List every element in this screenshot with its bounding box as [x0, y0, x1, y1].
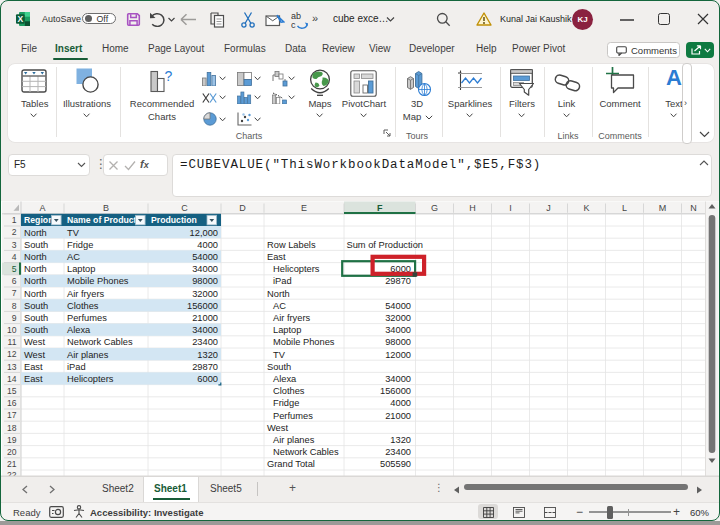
- svg-text:12: 12: [7, 349, 17, 359]
- svg-text:South: South: [24, 325, 48, 335]
- svg-text:9: 9: [12, 313, 17, 323]
- svg-text:Air planes: Air planes: [67, 350, 109, 360]
- svg-text:Perfumes: Perfumes: [273, 411, 313, 421]
- svg-text:South: South: [24, 301, 48, 311]
- svg-text:20: 20: [7, 447, 17, 457]
- svg-text:11: 11: [8, 337, 17, 347]
- svg-text:1: 1: [12, 215, 17, 225]
- svg-text:M: M: [659, 203, 667, 213]
- svg-text:South: South: [24, 313, 48, 323]
- svg-text:South: South: [267, 362, 291, 372]
- svg-text:East: East: [24, 374, 43, 384]
- svg-text:29870: 29870: [192, 362, 218, 372]
- svg-text:iPad: iPad: [67, 362, 86, 372]
- svg-text:?: ?: [165, 69, 173, 84]
- svg-text:E: E: [301, 203, 307, 213]
- svg-text:H: H: [469, 203, 476, 213]
- svg-text:15: 15: [7, 386, 17, 396]
- svg-text:32000: 32000: [192, 289, 218, 299]
- svg-text:East: East: [24, 362, 43, 372]
- svg-text:C: C: [181, 203, 188, 213]
- svg-text:A: A: [39, 203, 45, 213]
- svg-text:N: N: [690, 203, 697, 213]
- svg-text:12000: 12000: [385, 350, 411, 360]
- svg-text:Fridge: Fridge: [273, 398, 299, 408]
- svg-text:Region: Region: [24, 215, 53, 225]
- svg-text:32000: 32000: [385, 313, 411, 323]
- svg-text:10: 10: [7, 325, 17, 335]
- svg-text:17: 17: [7, 410, 17, 420]
- svg-text:14: 14: [7, 374, 17, 384]
- svg-text:156000: 156000: [187, 301, 218, 311]
- svg-text:23400: 23400: [192, 337, 218, 347]
- svg-text:Mobile Phones: Mobile Phones: [273, 337, 335, 347]
- svg-text:1320: 1320: [390, 435, 411, 445]
- svg-text:iPad: iPad: [273, 276, 292, 286]
- svg-text:K: K: [583, 203, 589, 213]
- svg-text:North: North: [24, 264, 47, 274]
- svg-text:Name of Product: Name of Product: [67, 215, 137, 225]
- svg-text:2: 2: [12, 227, 17, 237]
- svg-text:Sum of Production: Sum of Production: [347, 240, 423, 250]
- svg-text:12,000: 12,000: [190, 228, 218, 238]
- svg-text:21000: 21000: [385, 411, 411, 421]
- svg-text:Fridge: Fridge: [67, 240, 93, 250]
- svg-text:Air planes: Air planes: [273, 435, 315, 445]
- svg-text:5: 5: [12, 264, 17, 274]
- svg-text:D: D: [239, 203, 246, 213]
- svg-text:Air fryers: Air fryers: [67, 289, 105, 299]
- svg-text:North: North: [24, 252, 47, 262]
- svg-text:AC: AC: [273, 301, 286, 311]
- svg-text:18: 18: [7, 423, 17, 433]
- svg-text:54000: 54000: [192, 252, 218, 262]
- svg-text:34000: 34000: [192, 325, 218, 335]
- svg-text:North: North: [24, 276, 47, 286]
- svg-text:Production: Production: [151, 215, 197, 225]
- svg-text:98000: 98000: [192, 276, 218, 286]
- svg-text:South: South: [24, 240, 48, 250]
- svg-text:4000: 4000: [197, 240, 218, 250]
- svg-text:Laptop: Laptop: [67, 264, 95, 274]
- svg-text:6000: 6000: [197, 374, 218, 384]
- svg-text:AC: AC: [67, 252, 80, 262]
- svg-text:23400: 23400: [385, 447, 411, 457]
- svg-text:Clothes: Clothes: [67, 301, 99, 311]
- svg-text:156000: 156000: [380, 386, 411, 396]
- svg-text:Mobile Phones: Mobile Phones: [67, 276, 129, 286]
- svg-text:B: B: [103, 203, 109, 213]
- svg-text:4000: 4000: [390, 398, 411, 408]
- svg-text:34000: 34000: [192, 264, 218, 274]
- svg-text:West: West: [24, 350, 45, 360]
- svg-text:Helicopters: Helicopters: [273, 264, 320, 274]
- svg-text:34000: 34000: [385, 374, 411, 384]
- svg-text:Alexa: Alexa: [67, 325, 91, 335]
- svg-text:X: X: [17, 14, 23, 24]
- svg-text:505590: 505590: [380, 459, 411, 469]
- svg-text:East: East: [267, 252, 286, 262]
- svg-text:G: G: [431, 203, 438, 213]
- svg-text:TV: TV: [67, 228, 80, 238]
- svg-text:Network Cables: Network Cables: [273, 447, 339, 457]
- svg-text:Laptop: Laptop: [273, 325, 301, 335]
- svg-text:8: 8: [12, 301, 17, 311]
- svg-text:6: 6: [12, 276, 17, 286]
- svg-text:21: 21: [7, 459, 17, 469]
- svg-text:J: J: [546, 203, 551, 213]
- svg-text:North: North: [24, 289, 47, 299]
- svg-text:Air fryers: Air fryers: [273, 313, 311, 323]
- svg-text:21000: 21000: [192, 313, 218, 323]
- svg-text:West: West: [267, 423, 288, 433]
- svg-text:West: West: [24, 337, 45, 347]
- svg-text:I: I: [509, 203, 512, 213]
- svg-text:c: c: [291, 20, 296, 29]
- svg-text:North: North: [24, 228, 47, 238]
- svg-text:Grand Total: Grand Total: [267, 459, 315, 469]
- svg-text:Network Cables: Network Cables: [67, 337, 133, 347]
- svg-text:19: 19: [7, 435, 17, 445]
- svg-text:13: 13: [7, 362, 17, 372]
- svg-text:Row Labels: Row Labels: [267, 240, 316, 250]
- svg-text:1320: 1320: [197, 350, 218, 360]
- svg-text:L: L: [622, 203, 627, 213]
- svg-text:3: 3: [12, 240, 17, 250]
- svg-text:29870: 29870: [385, 276, 411, 286]
